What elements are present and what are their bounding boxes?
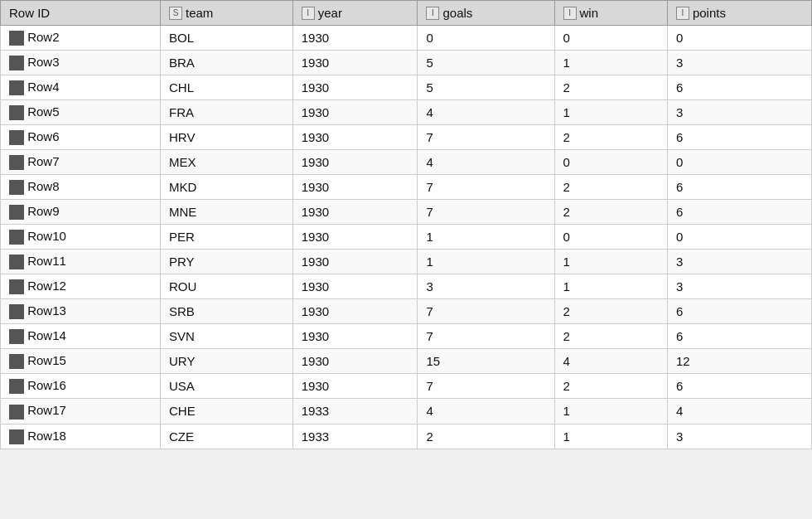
cell-goals: 5 — [418, 51, 554, 75]
cell-goals: 7 — [418, 200, 554, 225]
cell-row-id: Row14 — [1, 324, 161, 349]
cell-row-id: Row16 — [1, 374, 161, 399]
cell-row-id: Row11 — [1, 250, 161, 274]
cell-year: 1930 — [292, 75, 418, 100]
cell-row-id: Row17 — [1, 399, 161, 424]
cell-goals: 15 — [418, 349, 554, 374]
cell-year: 1930 — [292, 374, 418, 399]
cell-goals: 7 — [418, 324, 554, 349]
cell-year: 1930 — [292, 274, 418, 299]
cell-points: 3 — [667, 100, 811, 125]
cell-goals: 1 — [418, 225, 554, 250]
cell-year: 1930 — [292, 150, 418, 175]
cell-points: 6 — [667, 75, 811, 100]
row-indicator-icon — [9, 405, 24, 420]
col-label-year: year — [318, 6, 342, 20]
col-header-year[interactable]: I year — [292, 1, 418, 26]
cell-year: 1930 — [292, 324, 418, 349]
row-indicator-icon — [9, 155, 24, 170]
table-row: Row13SRB1930726 — [1, 299, 812, 324]
sort-icon-team[interactable]: S — [169, 7, 182, 20]
row-indicator-icon — [9, 379, 24, 394]
cell-points: 12 — [667, 349, 811, 374]
table-row: Row10PER1930100 — [1, 225, 812, 250]
cell-win: 1 — [554, 250, 667, 274]
cell-goals: 7 — [418, 299, 554, 324]
cell-row-id: Row12 — [1, 274, 161, 299]
cell-goals: 7 — [418, 175, 554, 200]
cell-points: 4 — [667, 399, 811, 424]
cell-win: 1 — [554, 100, 667, 125]
sort-icon-points[interactable]: I — [676, 7, 689, 20]
table-row: Row8MKD1930726 — [1, 175, 812, 200]
cell-year: 1930 — [292, 250, 418, 274]
cell-win: 1 — [554, 399, 667, 424]
cell-team: SVN — [161, 324, 293, 349]
col-header-team[interactable]: S team — [161, 1, 293, 26]
col-header-win[interactable]: I win — [554, 1, 667, 26]
row-indicator-icon — [9, 56, 24, 70]
cell-year: 1930 — [292, 51, 418, 75]
cell-points: 3 — [667, 51, 811, 75]
cell-team: CZE — [161, 424, 293, 449]
data-table-container: Row ID S team I year — [0, 0, 812, 449]
cell-win: 1 — [554, 51, 667, 75]
cell-goals: 4 — [418, 399, 554, 424]
cell-team: URY — [161, 349, 293, 374]
cell-row-id: Row3 — [1, 51, 161, 75]
table-row: Row9MNE1930726 — [1, 200, 812, 225]
cell-goals: 4 — [418, 100, 554, 125]
col-header-row-id[interactable]: Row ID — [1, 1, 161, 26]
row-indicator-icon — [9, 304, 24, 319]
table-row: Row2BOL1930000 — [1, 26, 812, 51]
cell-team: HRV — [161, 125, 293, 150]
cell-win: 0 — [554, 225, 667, 250]
cell-points: 3 — [667, 250, 811, 274]
cell-points: 3 — [667, 274, 811, 299]
table-row: Row14SVN1930726 — [1, 324, 812, 349]
cell-goals: 1 — [418, 250, 554, 274]
row-indicator-icon — [9, 279, 24, 294]
table-row: Row5FRA1930413 — [1, 100, 812, 125]
cell-goals: 3 — [418, 274, 554, 299]
cell-win: 4 — [554, 349, 667, 374]
cell-row-id: Row8 — [1, 175, 161, 200]
col-header-goals[interactable]: I goals — [418, 1, 554, 26]
cell-year: 1930 — [292, 125, 418, 150]
table-header-row: Row ID S team I year — [1, 1, 812, 26]
table-row: Row16USA1930726 — [1, 374, 812, 399]
row-indicator-icon — [9, 205, 24, 220]
cell-points: 6 — [667, 175, 811, 200]
cell-team: CHE — [161, 399, 293, 424]
row-indicator-icon — [9, 105, 24, 120]
cell-win: 2 — [554, 324, 667, 349]
cell-win: 2 — [554, 200, 667, 225]
col-label-row-id: Row ID — [9, 6, 50, 20]
sort-icon-year[interactable]: I — [302, 7, 315, 20]
cell-points: 6 — [667, 200, 811, 225]
cell-row-id: Row10 — [1, 225, 161, 250]
cell-team: PER — [161, 225, 293, 250]
table-row: Row4CHL1930526 — [1, 75, 812, 100]
cell-row-id: Row2 — [1, 26, 161, 51]
cell-team: MEX — [161, 150, 293, 175]
cell-team: ROU — [161, 274, 293, 299]
cell-win: 2 — [554, 75, 667, 100]
cell-year: 1933 — [292, 424, 418, 449]
cell-row-id: Row9 — [1, 200, 161, 225]
cell-year: 1930 — [292, 299, 418, 324]
table-row: Row3BRA1930513 — [1, 51, 812, 75]
cell-team: USA — [161, 374, 293, 399]
col-header-points[interactable]: I points — [667, 1, 811, 26]
cell-row-id: Row6 — [1, 125, 161, 150]
row-indicator-icon — [9, 429, 24, 444]
cell-win: 2 — [554, 125, 667, 150]
table-row: Row18CZE1933213 — [1, 424, 812, 449]
cell-win: 0 — [554, 26, 667, 51]
cell-team: BRA — [161, 51, 293, 75]
cell-points: 6 — [667, 374, 811, 399]
sort-icon-goals[interactable]: I — [426, 7, 439, 20]
row-indicator-icon — [9, 255, 24, 269]
sort-icon-win[interactable]: I — [563, 7, 577, 20]
cell-points: 0 — [667, 26, 811, 51]
